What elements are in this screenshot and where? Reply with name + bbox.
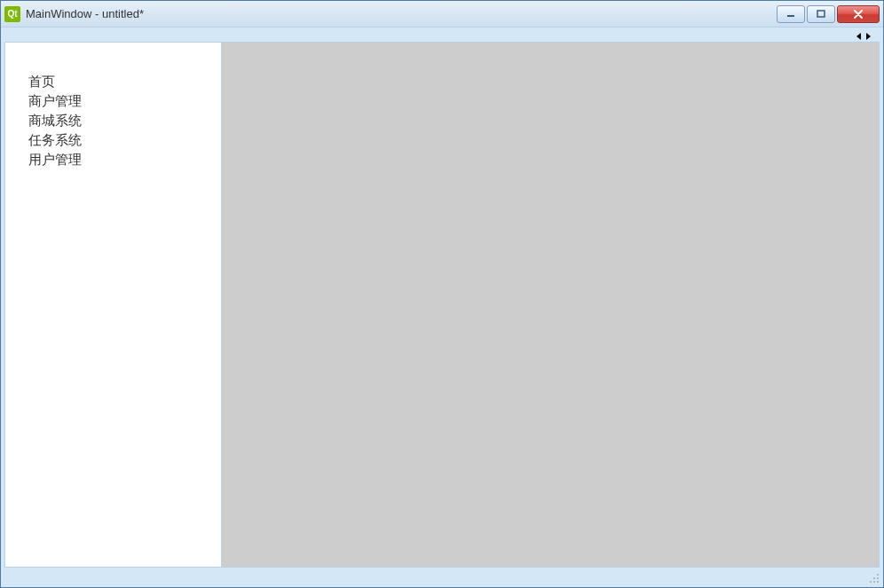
close-icon [853,10,864,19]
minimize-button[interactable] [777,5,805,23]
app-icon: Qt [4,6,20,22]
sidebar: 首页 商户管理 商城系统 任务系统 用户管理 [4,42,222,568]
minimize-icon [786,10,795,19]
svg-point-3 [873,577,875,579]
chevron-left-icon [856,33,863,40]
close-button[interactable] [837,5,880,23]
titlebar[interactable]: Qt MainWindow - untitled* [1,1,883,27]
sidebar-item-user[interactable]: 用户管理 [28,150,221,169]
svg-rect-0 [787,15,794,17]
tab-navigation [4,31,880,42]
client-area: 首页 商户管理 商城系统 任务系统 用户管理 [1,27,883,587]
main-window: Qt MainWindow - untitled* [0,0,884,588]
window-title: MainWindow - untitled* [26,7,777,20]
tab-nav-right[interactable] [864,31,872,42]
maximize-button[interactable] [807,5,835,23]
tab-nav-left[interactable] [855,31,864,42]
svg-point-6 [873,581,875,583]
window-controls [777,5,880,23]
resize-grip[interactable] [867,571,880,584]
statusbar [4,568,880,584]
svg-point-4 [877,577,879,579]
sidebar-item-mall[interactable]: 商城系统 [28,111,221,130]
svg-point-7 [877,581,879,583]
sidebar-item-merchant[interactable]: 商户管理 [28,91,221,111]
resize-grip-icon [867,571,880,584]
svg-rect-1 [817,11,825,17]
sidebar-item-home[interactable]: 首页 [28,72,221,91]
chevron-right-icon [864,33,872,40]
maximize-icon [817,10,825,19]
sidebar-item-task[interactable]: 任务系统 [28,130,221,150]
content-row: 首页 商户管理 商城系统 任务系统 用户管理 [4,42,880,568]
design-canvas[interactable] [222,42,880,568]
svg-point-5 [870,581,872,583]
svg-point-2 [877,574,879,576]
